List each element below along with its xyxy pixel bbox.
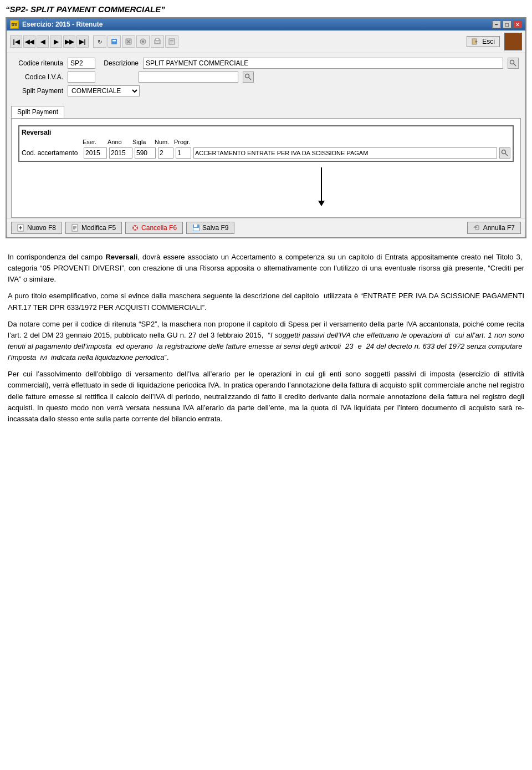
prev-prev-button[interactable]: ◀◀: [23, 35, 35, 48]
codice-ritenuta-label: Codice ritenuta: [13, 59, 63, 67]
svg-line-20: [249, 78, 251, 80]
descrizione-label: Descrizione: [100, 59, 139, 67]
main-window: tm Esercizio: 2015 - Ritenute − □ × |◀ ◀…: [6, 17, 526, 238]
reversali-bold: Reversali: [105, 253, 137, 261]
codice-iva-row: Codice I.V.A.: [13, 72, 519, 83]
split-payment-label: Split Payment: [13, 87, 63, 95]
edit2-button[interactable]: [122, 35, 135, 48]
annulla-button[interactable]: Annulla F7: [467, 222, 521, 234]
page-title: “SP2- SPLIT PAYMENT COMMERCIALE”: [0, 0, 532, 17]
text-content: In corrispondenza del campo Reversali, d…: [0, 245, 532, 437]
sigla-header: Sigla: [132, 139, 155, 145]
paragraph-4: Per cui l’assolvimento dell’obbligo di v…: [8, 369, 524, 425]
codice-iva-input[interactable]: [68, 72, 95, 83]
user-avatar: [504, 33, 522, 50]
arrow-head: [318, 201, 325, 206]
app-icon: tm: [10, 20, 19, 29]
svg-point-19: [245, 74, 249, 78]
window-title: Esercizio: 2015 - Ritenute: [22, 21, 103, 28]
svg-rect-35: [193, 228, 199, 231]
codice-iva-search-button[interactable]: [243, 72, 254, 83]
prev-button[interactable]: ◀: [37, 35, 49, 48]
codice-ritenuta-input[interactable]: [68, 58, 95, 69]
cod-accertamento-label: Cod. accertamento: [22, 149, 81, 157]
cancella-button[interactable]: Cancella F6: [125, 222, 183, 234]
paragraph-1: In corrispondenza del campo Reversali, d…: [8, 252, 524, 285]
tab-split-payment[interactable]: Split Payment: [11, 106, 64, 118]
num-header: Num.: [155, 139, 174, 145]
paragraph-2: A puro titolo esemplificativo, come si e…: [8, 290, 524, 313]
svg-rect-10: [155, 42, 160, 43]
toolbar: |◀ ◀◀ ◀ ▶ ▶▶ ▶| ↻ Esci: [7, 30, 525, 53]
minimize-button[interactable]: −: [492, 21, 501, 28]
split-payment-row: Split Payment COMMERCIALE ISTITUZIONALE …: [13, 85, 519, 96]
anno-header: Anno: [108, 139, 132, 145]
reversali-data-row: Cod. accertamento: [22, 147, 510, 159]
paragraph-3: Da notare come per il codice di ritenuta…: [8, 319, 524, 364]
codice-ritenuta-row: Codice ritenuta Descrizione: [13, 58, 519, 69]
window-titlebar: tm Esercizio: 2015 - Ritenute − □ ×: [7, 18, 525, 30]
titlebar-left: tm Esercizio: 2015 - Ritenute: [10, 20, 103, 29]
arrow-container: [15, 165, 517, 210]
svg-point-17: [510, 60, 514, 64]
nuovo-button[interactable]: Nuovo F8: [11, 222, 62, 234]
bottom-bar: Nuovo F8 Modifica F5 Cancella F6 Salva F…: [7, 218, 525, 237]
esci-button[interactable]: Esci: [467, 36, 500, 47]
svg-point-7: [142, 40, 144, 43]
svg-line-22: [505, 154, 508, 156]
print2-button[interactable]: [165, 35, 178, 48]
arrow: [321, 167, 322, 201]
rev-sigla-input[interactable]: [135, 147, 156, 159]
svg-rect-34: [194, 225, 197, 227]
rev-progr-input[interactable]: [176, 147, 191, 159]
descrizione-search-button[interactable]: [508, 58, 519, 69]
svg-rect-13: [170, 42, 173, 42]
eser-header: Eser.: [83, 139, 108, 145]
split-payment-select[interactable]: COMMERCIALE ISTITUZIONALE NESSUNO: [68, 85, 140, 96]
tab-content-area: Reversali Eser. Anno Sigla Num. Progr. C…: [11, 118, 521, 218]
codice-iva-label: Codice I.V.A.: [13, 73, 63, 81]
descrizione-input[interactable]: [143, 58, 503, 69]
next-button[interactable]: ▶: [50, 35, 62, 48]
progr-header: Progr.: [174, 139, 196, 145]
arrow-line: [321, 167, 322, 201]
tab-bar: Split Payment: [7, 104, 525, 118]
reversali-title: Reversali: [22, 129, 510, 136]
rev-eser-input[interactable]: [84, 147, 107, 159]
last-button[interactable]: ▶|: [76, 35, 89, 48]
italic-text: I soggetti passivi dell’IVA che effettua…: [8, 331, 524, 361]
svg-rect-14: [170, 43, 172, 43]
salva-button[interactable]: Salva F9: [186, 222, 234, 234]
reversali-headers: Eser. Anno Sigla Num. Progr.: [22, 139, 510, 146]
rev-description-input[interactable]: [193, 147, 497, 159]
svg-rect-2: [112, 42, 116, 42]
maximize-button[interactable]: □: [503, 21, 511, 28]
next-next-button[interactable]: ▶▶: [63, 35, 75, 48]
rev-num-input[interactable]: [158, 147, 173, 159]
print1-button[interactable]: [151, 35, 164, 48]
close-button[interactable]: ×: [513, 21, 522, 28]
refresh-button[interactable]: ↻: [93, 35, 106, 48]
form-area: Codice ritenuta Descrizione Codice I.V.A…: [7, 53, 525, 104]
codice-iva-description-input[interactable]: [139, 72, 238, 83]
edit1-button[interactable]: [108, 35, 121, 48]
reversali-section: Reversali Eser. Anno Sigla Num. Progr. C…: [18, 125, 514, 162]
rev-search-button[interactable]: [499, 147, 510, 159]
svg-rect-9: [156, 38, 159, 40]
svg-line-18: [514, 64, 516, 66]
svg-rect-12: [170, 40, 173, 41]
first-button[interactable]: |◀: [10, 35, 22, 48]
window-controls: − □ ×: [492, 21, 522, 28]
rev-anno-input[interactable]: [109, 147, 132, 159]
svg-point-21: [502, 150, 506, 154]
edit3-button[interactable]: [136, 35, 150, 48]
modifica-button[interactable]: Modifica F5: [65, 222, 122, 234]
svg-rect-1: [112, 40, 116, 41]
